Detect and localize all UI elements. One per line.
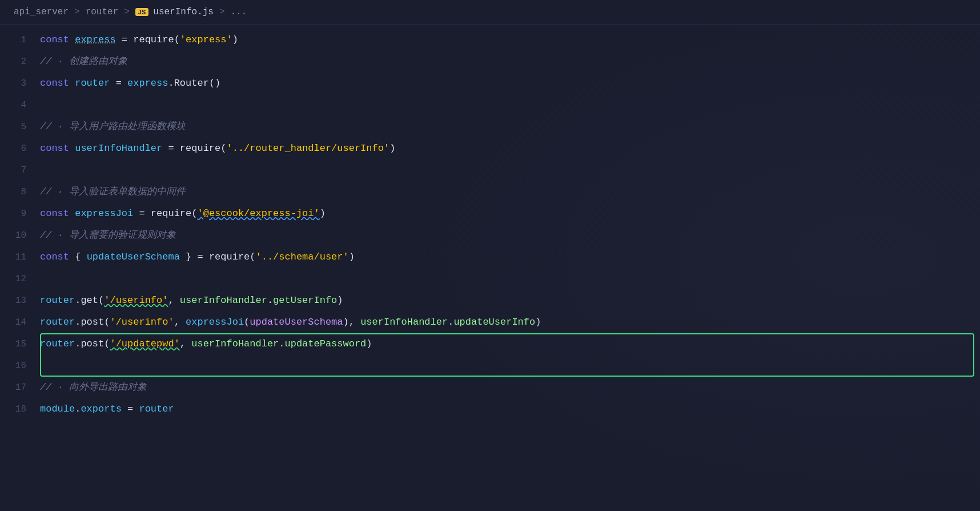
line-number-13: 13 — [0, 290, 40, 312]
code-line-1: 1const express = require('express') — [0, 29, 980, 51]
line-number-17: 17 — [0, 377, 40, 398]
line-content-11[interactable]: const { updateUserSchema } = require('..… — [40, 246, 980, 268]
code-line-10: 10// · 导入需要的验证规则对象 — [0, 225, 980, 246]
breadcrumb-sep-1: > — [74, 7, 80, 17]
code-line-4: 4 — [0, 94, 980, 116]
breadcrumb-router[interactable]: router — [86, 7, 119, 17]
code-token: ), — [343, 317, 361, 328]
breadcrumb: api_server > router > JS userInfo.js > .… — [0, 0, 980, 25]
code-token: ( — [174, 34, 180, 45]
line-number-5: 5 — [0, 116, 40, 138]
code-token: // · 创建路由对象 — [40, 56, 127, 67]
breadcrumb-filename[interactable]: userInfo.js — [153, 7, 214, 17]
code-line-5: 5// · 导入用户路由处理函数模块 — [0, 116, 980, 138]
code-token: ( — [191, 208, 197, 219]
line-content-10[interactable]: // · 导入需要的验证规则对象 — [40, 225, 980, 246]
line-content-8[interactable]: // · 导入验证表单数据的中间件 — [40, 181, 980, 203]
code-token: require — [209, 251, 250, 262]
code-token: expressJoi — [186, 317, 244, 328]
line-content-2[interactable]: // · 创建路由对象 — [40, 51, 980, 73]
code-token: post — [81, 317, 104, 328]
code-line-15: 15router.post('/updatepwd', userInfoHand… — [0, 333, 980, 355]
code-token: module — [40, 404, 75, 414]
line-number-14: 14 — [0, 312, 40, 333]
code-token: ( — [104, 317, 110, 328]
code-token: '../router_handler/userInfo' — [226, 143, 389, 154]
js-badge: JS — [135, 8, 148, 16]
line-number-10: 10 — [0, 225, 40, 246]
line-content-18[interactable]: module.exports = router — [40, 398, 980, 420]
code-token: 'express' — [180, 34, 232, 45]
code-token: '/updatepwd' — [110, 338, 179, 349]
code-line-17: 17// · 向外导出路由对象 — [0, 377, 980, 398]
code-token: // · 向外导出路由对象 — [40, 382, 147, 393]
code-area: 1const express = require('express')2// ·… — [0, 25, 980, 425]
code-token: () — [209, 78, 220, 89]
code-token: userInfoHandler — [360, 317, 448, 328]
line-content-16[interactable] — [40, 355, 980, 377]
line-content-13[interactable]: router.get('/userinfo', userInfoHandler.… — [40, 290, 980, 312]
code-token: require — [133, 34, 174, 45]
line-number-6: 6 — [0, 138, 40, 159]
code-token: const — [40, 34, 75, 45]
line-content-14[interactable]: router.post('/userinfo', expressJoi(upda… — [40, 312, 980, 333]
line-number-12: 12 — [0, 268, 40, 290]
code-token: ( — [104, 338, 110, 349]
code-line-14: 14router.post('/userinfo', expressJoi(up… — [0, 312, 980, 333]
code-line-8: 8// · 导入验证表单数据的中间件 — [0, 181, 980, 203]
line-content-9[interactable]: const expressJoi = require('@escook/expr… — [40, 203, 980, 225]
code-token: express — [127, 78, 168, 89]
line-content-12[interactable] — [40, 268, 980, 290]
code-token: '/userinfo' — [110, 317, 174, 328]
code-token: exports — [81, 404, 121, 414]
code-token: ) — [535, 317, 541, 328]
line-content-17[interactable]: // · 向外导出路由对象 — [40, 377, 980, 398]
line-number-2: 2 — [0, 51, 40, 73]
code-token: // · 导入需要的验证规则对象 — [40, 230, 176, 241]
code-line-18: 18module.exports = router — [0, 398, 980, 420]
code-token: // · 导入验证表单数据的中间件 — [40, 186, 186, 197]
code-line-12: 12 — [0, 268, 980, 290]
code-token: '../schema/user' — [256, 251, 349, 262]
line-content-1[interactable]: const express = require('express') — [40, 29, 980, 51]
code-token: ( — [98, 295, 104, 306]
code-token: . — [75, 295, 81, 306]
code-token: updateUserInfo — [453, 317, 535, 328]
code-token: ) — [337, 295, 343, 306]
line-number-7: 7 — [0, 159, 40, 181]
line-content-4[interactable] — [40, 94, 980, 116]
code-token: = — [162, 143, 180, 154]
code-line-13: 13router.get('/userinfo', userInfoHandle… — [0, 290, 980, 312]
editor-container: api_server > router > JS userInfo.js > .… — [0, 0, 980, 511]
line-content-15[interactable]: router.post('/updatepwd', userInfoHandle… — [40, 333, 980, 355]
code-line-16: 16 — [0, 355, 980, 377]
code-token: = — [110, 78, 127, 89]
code-token: router — [75, 78, 110, 89]
code-token: getUserInfo — [273, 295, 337, 306]
line-content-7[interactable] — [40, 159, 980, 181]
line-content-6[interactable]: const userInfoHandler = require('../rout… — [40, 138, 980, 159]
code-token: . — [75, 338, 81, 349]
breadcrumb-ellipsis: ... — [231, 7, 247, 17]
code-token: userInfoHandler — [191, 338, 279, 349]
code-token: expressJoi — [75, 208, 133, 219]
code-token: router — [40, 317, 75, 328]
code-token: require — [180, 143, 220, 154]
code-token: userInfoHandler — [180, 295, 267, 306]
code-token: , — [180, 338, 191, 349]
code-token: post — [81, 338, 104, 349]
code-token: ) — [366, 338, 372, 349]
code-token: const — [40, 208, 75, 219]
code-token: Router — [174, 78, 209, 89]
code-token: ( — [250, 251, 255, 262]
line-content-3[interactable]: const router = express.Router() — [40, 73, 980, 94]
breadcrumb-api-server[interactable]: api_server — [14, 7, 69, 17]
code-token: . — [267, 295, 273, 306]
code-token: ) — [232, 34, 238, 45]
line-number-18: 18 — [0, 398, 40, 420]
line-content-5[interactable]: // · 导入用户路由处理函数模块 — [40, 116, 980, 138]
highlight-wrapper: 15router.post('/updatepwd', userInfoHand… — [0, 333, 980, 377]
code-token: userInfoHandler — [75, 143, 162, 154]
code-token: router — [139, 404, 174, 414]
code-line-9: 9const expressJoi = require('@escook/exp… — [0, 203, 980, 225]
